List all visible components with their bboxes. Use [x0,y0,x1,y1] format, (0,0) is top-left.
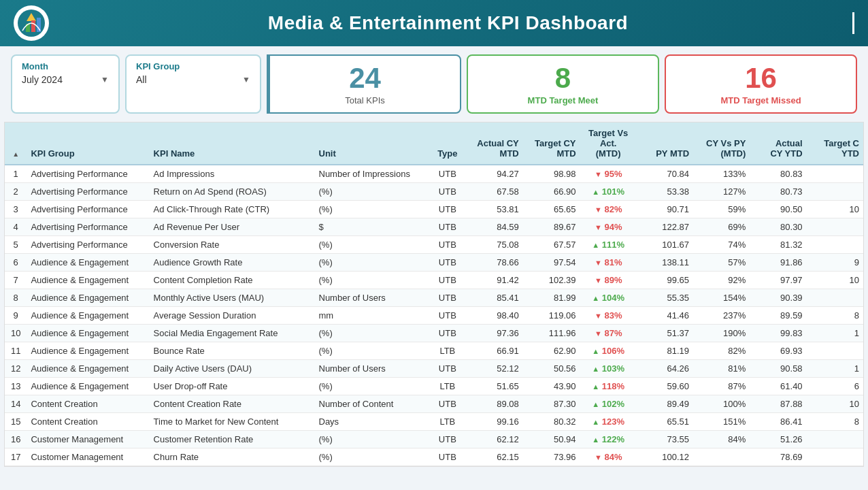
row-actual-ytd: 86.41 [750,413,806,431]
row-actual-ytd: 81.32 [750,236,806,254]
col-actual-cy-mtd[interactable]: Actual CYMTD [465,122,523,165]
row-target-ytd [807,431,863,448]
row-cy-vs-py: 133% [693,165,750,183]
month-select[interactable]: July 2024 ▼ [22,74,109,85]
row-kpi-name: Bounce Rate [150,342,315,360]
row-actual-ytd: 90.58 [750,360,806,378]
row-kpi-name: Conversion Rate [150,236,315,254]
row-kpi-name: Churn Rate [150,448,315,466]
row-actual-ytd: 61.40 [750,378,806,395]
row-type: UTB [430,254,465,272]
row-target-mtd: 50.56 [523,360,580,378]
total-kpis-card: 24 Total KPIs [267,54,461,114]
row-target-vs-act: ▲ 123% [580,413,637,431]
row-target-mtd: 111.96 [523,325,580,342]
row-py-mtd: 90.71 [637,201,693,218]
arrow-up-icon: ▲ [592,294,599,302]
month-filter-card[interactable]: Month July 2024 ▼ [11,54,120,114]
row-type: UTB [430,272,465,289]
table-row: 12 Audience & Engagement Daily Active Us… [5,360,863,378]
row-py-mtd: 122.87 [637,218,693,236]
row-actual-mtd: 99.16 [465,413,523,431]
row-num: 15 [5,413,27,431]
row-target-vs-act: ▼ 87% [580,325,637,342]
kpi-group-filter-card[interactable]: KPI Group All ▼ [125,54,261,114]
row-pct: 111% [602,240,624,250]
row-target-mtd: 98.98 [523,165,580,183]
sort-indicator: ▲ [12,150,19,158]
row-py-mtd: 99.65 [637,272,693,289]
arrow-down-icon: ▼ [595,170,602,178]
filter-bar: Month July 2024 ▼ KPI Group All ▼ 24 Tot… [0,46,868,122]
col-actual-cy-ytd[interactable]: ActualCY YTD [750,122,806,165]
row-group: Audience & Engagement [27,254,149,272]
logo [14,5,49,41]
total-kpis-label: Total KPIs [345,95,385,105]
col-type[interactable]: Type [430,122,465,165]
row-kpi-name: Average Session Duration [150,307,315,325]
row-target-vs-act: ▼ 84% [580,448,637,466]
row-actual-mtd: 62.15 [465,448,523,466]
col-hash[interactable]: ▲ [5,122,27,165]
row-actual-mtd: 66.91 [465,342,523,360]
row-py-mtd: 100.12 [637,448,693,466]
row-group: Content Creation [27,395,149,413]
table-row: 17 Customer Management Churn Rate (%) UT… [5,448,863,466]
col-target-vs-act[interactable]: Target VsAct.(MTD) [580,122,637,165]
row-type: UTB [430,289,465,307]
row-group: Advertising Performance [27,201,149,218]
arrow-down-icon: ▼ [595,276,602,284]
col-target-cy-ytd[interactable]: Target CYTD [807,122,863,165]
arrow-up-icon: ▲ [592,436,599,444]
row-kpi-name: Ad Revenue Per User [150,218,315,236]
row-target-vs-act: ▲ 101% [580,183,637,201]
row-unit: (%) [315,342,430,360]
row-group: Customer Management [27,431,149,448]
row-target-ytd: 8 [807,413,863,431]
col-target-cy-mtd[interactable]: Target CYMTD [523,122,580,165]
table-row: 3 Advertising Performance Ad Click-Throu… [5,201,863,218]
arrow-down-icon: ▼ [595,223,602,231]
row-py-mtd: 70.84 [637,165,693,183]
row-unit: (%) [315,201,430,218]
row-cy-vs-py: 92% [693,272,750,289]
row-py-mtd: 81.19 [637,342,693,360]
row-target-mtd: 43.90 [523,378,580,395]
arrow-up-icon: ▲ [592,365,599,373]
row-target-ytd: 6 [807,378,863,395]
row-target-mtd: 102.39 [523,272,580,289]
row-group: Advertising Performance [27,236,149,254]
arrow-up-icon: ▲ [592,382,599,391]
table-row: 15 Content Creation Time to Market for N… [5,413,863,431]
table-row: 2 Advertising Performance Return on Ad S… [5,183,863,201]
row-unit: Number of Users [315,360,430,378]
row-unit: (%) [315,254,430,272]
row-pct: 103% [602,363,624,374]
kpi-group-value: All [136,74,147,85]
row-cy-vs-py: 74% [693,236,750,254]
table-row: 6 Audience & Engagement Audience Growth … [5,254,863,272]
row-target-ytd: 10 [807,201,863,218]
row-actual-mtd: 78.66 [465,254,523,272]
row-unit: Number of Users [315,289,430,307]
col-py-mtd[interactable]: PY MTD [637,122,693,165]
row-num: 11 [5,342,27,360]
row-group: Audience & Engagement [27,272,149,289]
row-unit: Number of Impressions [315,165,430,183]
row-num: 12 [5,360,27,378]
table-row: 4 Advertising Performance Ad Revenue Per… [5,218,863,236]
col-cy-vs-py[interactable]: CY Vs PY(MTD) [693,122,750,165]
row-unit: (%) [315,183,430,201]
table-row: 16 Customer Management Customer Retentio… [5,431,863,448]
col-kpi-name[interactable]: KPI Name [150,122,315,165]
row-unit: Days [315,413,430,431]
row-num: 9 [5,307,27,325]
kpi-group-select[interactable]: All ▼ [136,74,250,85]
table-row: 9 Audience & Engagement Average Session … [5,307,863,325]
row-num: 14 [5,395,27,413]
row-target-mtd: 81.99 [523,289,580,307]
col-unit[interactable]: Unit [315,122,430,165]
row-unit: (%) [315,448,430,466]
row-pct: 118% [602,381,624,391]
col-kpi-group[interactable]: KPI Group [27,122,149,165]
